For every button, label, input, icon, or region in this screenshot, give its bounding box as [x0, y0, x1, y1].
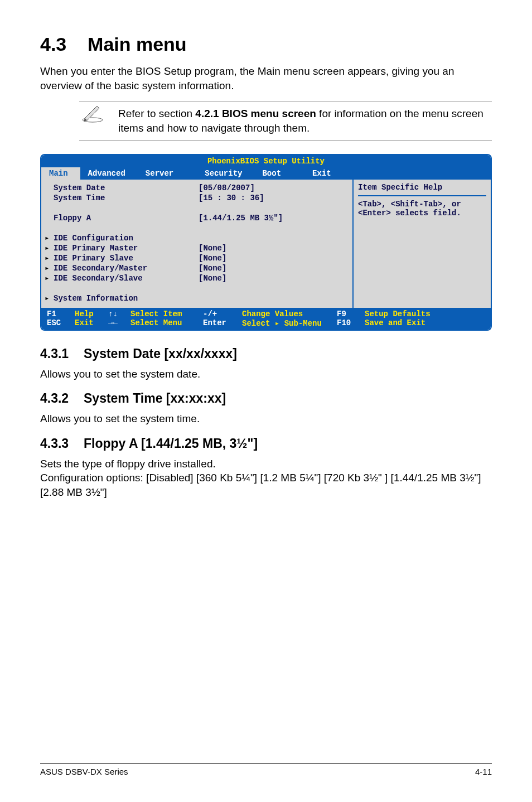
ide-configuration[interactable]: IDE Configuration — [54, 233, 199, 243]
footer-setup-defaults: Setup Defaults — [365, 310, 431, 318]
heading-number: 4.3 — [40, 33, 66, 55]
footer-page-number: 4-11 — [475, 767, 492, 776]
section-433-num: 4.3.3 — [40, 436, 84, 451]
note-box: Refer to section 4.2.1 BIOS menu screen … — [79, 102, 492, 140]
submenu-arrows: ▸▸▸▸▸ ▸ — [41, 183, 54, 305]
section-432-heading: 4.3.2System Time [xx:xx:xx] — [40, 391, 492, 406]
bios-menubar: Main Advanced Server Security Boot Exit — [41, 167, 491, 180]
section-432-num: 4.3.2 — [40, 391, 84, 406]
system-time-value[interactable]: [15 : 30 : 36] — [199, 193, 352, 203]
section-431-heading: 4.3.1System Date [xx/xx/xxxx] — [40, 346, 492, 361]
section-433-title: Floppy A [1.44/1.25 MB, 3½"] — [84, 436, 258, 451]
footer-select-item: Select Item — [130, 310, 203, 318]
section-432-body: Allows you to set the system time. — [40, 412, 492, 426]
footer-plusminus: -/+ — [203, 310, 242, 318]
help-line-1: <Tab>, <Shift-Tab>, or — [358, 200, 486, 209]
note-bold: 4.2.1 BIOS menu screen — [195, 108, 316, 119]
section-431-body: Allows you to set the system date. — [40, 367, 492, 381]
page-footer: ASUS DSBV-DX Series 4-11 — [40, 763, 492, 776]
system-date-label: System Date — [54, 183, 199, 193]
main-heading: 4.3 Main menu — [40, 33, 492, 55]
ide-secondary-master-value: [None] — [199, 263, 352, 273]
section-433-body-2: Configuration options: [Disabled] [360 K… — [40, 471, 492, 499]
intro-paragraph: When you enter the BIOS Setup program, t… — [40, 64, 492, 93]
ide-primary-master-label[interactable]: IDE Primary Master — [54, 243, 199, 253]
footer-exit: Exit — [75, 318, 108, 328]
footer-key-f10: F10 — [337, 318, 365, 328]
heading-title: Main menu — [88, 33, 187, 55]
footer-key-f9: F9 — [337, 310, 365, 318]
section-433-body-1: Sets the type of floppy drive installed. — [40, 457, 492, 471]
tab-server[interactable]: Server — [138, 167, 186, 180]
bios-screenshot: PhoenixBIOS Setup Utility Main Advanced … — [40, 154, 492, 331]
note-text: Refer to section 4.2.1 BIOS menu screen … — [118, 107, 492, 135]
help-panel: Item Specific Help <Tab>, <Shift-Tab>, o… — [352, 180, 491, 308]
floppy-value[interactable]: [1.44/1.25 MB 3½"] — [199, 213, 352, 223]
note-pen-icon — [80, 103, 105, 125]
system-information[interactable]: System Information — [54, 293, 199, 303]
footer-updown: ↑↓ — [108, 310, 130, 318]
footer-enter: Enter — [203, 318, 242, 328]
ide-secondary-slave-label[interactable]: IDE Secondary/Slave — [54, 273, 199, 283]
help-title: Item Specific Help — [358, 183, 486, 196]
floppy-label: Floppy A — [54, 213, 199, 223]
section-431-title: System Date [xx/xx/xxxx] — [84, 346, 237, 361]
section-431-num: 4.3.1 — [40, 346, 84, 361]
tab-advanced[interactable]: Advanced — [80, 167, 138, 180]
bios-title: PhoenixBIOS Setup Utility — [41, 155, 491, 167]
tab-boot[interactable]: Boot — [254, 167, 293, 180]
ide-secondary-master-label[interactable]: IDE Secondary/Master — [54, 263, 199, 273]
footer-leftright: →← — [108, 318, 130, 328]
section-433-heading: 4.3.3Floppy A [1.44/1.25 MB, 3½"] — [40, 436, 492, 451]
footer-help: Help — [75, 310, 108, 318]
note-prefix: Refer to section — [118, 108, 195, 119]
system-date-value[interactable]: [05/08/2007] — [199, 183, 352, 193]
section-432-title: System Time [xx:xx:xx] — [84, 391, 226, 405]
footer-key-f1: F1 — [47, 310, 75, 318]
help-line-2: <Enter> selects field. — [358, 209, 486, 218]
footer-change-values: Change Values — [242, 310, 337, 318]
footer-key-esc: ESC — [47, 318, 75, 328]
ide-primary-slave-value: [None] — [199, 253, 352, 263]
footer-select-menu: Select Menu — [130, 318, 203, 328]
footer-product: ASUS DSBV-DX Series — [40, 767, 128, 776]
system-time-label: System Time — [54, 193, 199, 203]
tab-exit[interactable]: Exit — [304, 167, 344, 180]
footer-save-exit: Save and Exit — [365, 318, 425, 328]
tab-main[interactable]: Main — [41, 167, 80, 180]
ide-secondary-slave-value: [None] — [199, 273, 352, 283]
ide-primary-slave-label[interactable]: IDE Primary Slave — [54, 253, 199, 263]
ide-primary-master-value: [None] — [199, 243, 352, 253]
tab-security[interactable]: Security — [197, 167, 254, 180]
footer-select-submenu: Select ▸ Sub-Menu — [242, 318, 337, 328]
bios-footer: F1 Help ↑↓ Select Item -/+ Change Values… — [41, 308, 491, 330]
